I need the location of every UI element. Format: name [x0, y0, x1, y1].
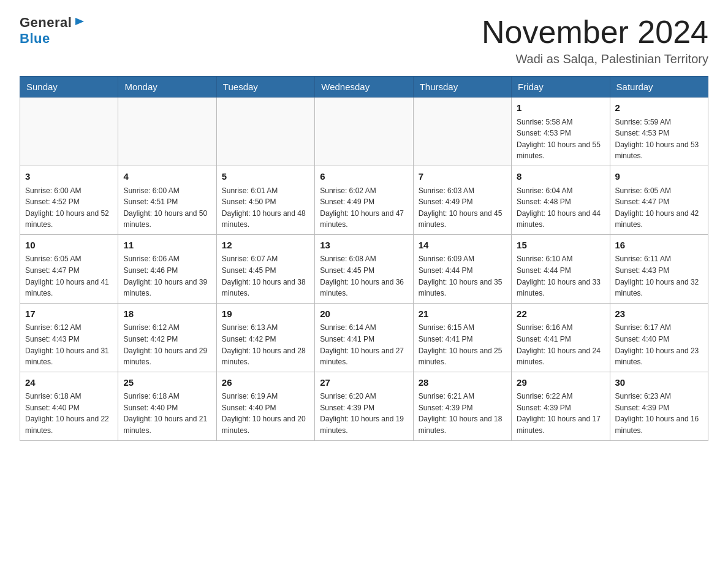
calendar-cell: 3Sunrise: 6:00 AM Sunset: 4:52 PM Daylig…	[20, 166, 118, 235]
day-number: 15	[517, 239, 604, 253]
calendar-week-row: 10Sunrise: 6:05 AM Sunset: 4:47 PM Dayli…	[20, 234, 708, 303]
calendar-cell	[118, 98, 216, 166]
calendar-cell: 15Sunrise: 6:10 AM Sunset: 4:44 PM Dayli…	[512, 234, 610, 303]
day-info: Sunrise: 6:09 AM Sunset: 4:44 PM Dayligh…	[419, 253, 506, 299]
calendar-cell: 8Sunrise: 6:04 AM Sunset: 4:48 PM Daylig…	[512, 166, 610, 235]
day-info: Sunrise: 6:00 AM Sunset: 4:51 PM Dayligh…	[123, 185, 211, 231]
calendar-cell: 17Sunrise: 6:12 AM Sunset: 4:43 PM Dayli…	[20, 303, 118, 372]
calendar-cell	[315, 98, 413, 166]
logo-blue-text: Blue	[20, 31, 50, 47]
calendar-cell: 4Sunrise: 6:00 AM Sunset: 4:51 PM Daylig…	[118, 166, 216, 235]
logo-general-text: General	[20, 15, 72, 31]
calendar-cell	[216, 98, 314, 166]
day-number: 28	[419, 376, 506, 390]
day-info: Sunrise: 6:11 AM Sunset: 4:43 PM Dayligh…	[615, 253, 703, 299]
day-info: Sunrise: 6:20 AM Sunset: 4:39 PM Dayligh…	[320, 391, 408, 436]
day-info: Sunrise: 6:18 AM Sunset: 4:40 PM Dayligh…	[25, 391, 113, 436]
calendar-week-row: 17Sunrise: 6:12 AM Sunset: 4:43 PM Dayli…	[20, 303, 708, 372]
day-info: Sunrise: 6:13 AM Sunset: 4:42 PM Dayligh…	[222, 322, 309, 367]
day-number: 4	[123, 170, 211, 184]
svg-marker-0	[75, 18, 84, 25]
day-number: 14	[419, 239, 506, 253]
day-info: Sunrise: 6:02 AM Sunset: 4:49 PM Dayligh…	[320, 185, 408, 231]
day-number: 26	[222, 376, 309, 390]
day-info: Sunrise: 6:01 AM Sunset: 4:50 PM Dayligh…	[222, 185, 309, 231]
day-number: 16	[615, 239, 703, 253]
day-number: 23	[615, 307, 703, 321]
day-info: Sunrise: 6:12 AM Sunset: 4:43 PM Dayligh…	[25, 322, 113, 367]
calendar-cell: 18Sunrise: 6:12 AM Sunset: 4:42 PM Dayli…	[118, 303, 216, 372]
calendar-cell: 24Sunrise: 6:18 AM Sunset: 4:40 PM Dayli…	[20, 372, 118, 440]
calendar-table: SundayMondayTuesdayWednesdayThursdayFrid…	[20, 76, 708, 440]
calendar-cell: 13Sunrise: 6:08 AM Sunset: 4:45 PM Dayli…	[315, 234, 413, 303]
day-number: 27	[320, 376, 408, 390]
calendar-week-row: 1Sunrise: 5:58 AM Sunset: 4:53 PM Daylig…	[20, 98, 708, 166]
location-subtitle: Wadi as Salqa, Palestinian Territory	[482, 52, 708, 66]
day-number: 7	[419, 170, 506, 184]
calendar-cell: 20Sunrise: 6:14 AM Sunset: 4:41 PM Dayli…	[315, 303, 413, 372]
day-number: 22	[517, 307, 604, 321]
calendar-cell	[413, 98, 511, 166]
day-number: 6	[320, 170, 408, 184]
calendar-cell: 23Sunrise: 6:17 AM Sunset: 4:40 PM Dayli…	[610, 303, 708, 372]
day-info: Sunrise: 6:05 AM Sunset: 4:47 PM Dayligh…	[615, 185, 703, 231]
calendar-cell: 14Sunrise: 6:09 AM Sunset: 4:44 PM Dayli…	[413, 234, 511, 303]
day-info: Sunrise: 6:08 AM Sunset: 4:45 PM Dayligh…	[320, 253, 408, 299]
day-number: 18	[123, 307, 211, 321]
calendar-cell: 12Sunrise: 6:07 AM Sunset: 4:45 PM Dayli…	[216, 234, 314, 303]
calendar-cell: 19Sunrise: 6:13 AM Sunset: 4:42 PM Dayli…	[216, 303, 314, 372]
day-number: 9	[615, 170, 703, 184]
day-info: Sunrise: 6:14 AM Sunset: 4:41 PM Dayligh…	[320, 322, 408, 367]
day-number: 10	[25, 239, 113, 253]
calendar-cell: 1Sunrise: 5:58 AM Sunset: 4:53 PM Daylig…	[512, 98, 610, 166]
calendar-cell: 28Sunrise: 6:21 AM Sunset: 4:39 PM Dayli…	[413, 372, 511, 440]
calendar-header-row: SundayMondayTuesdayWednesdayThursdayFrid…	[20, 77, 708, 98]
calendar-cell: 7Sunrise: 6:03 AM Sunset: 4:49 PM Daylig…	[413, 166, 511, 235]
day-info: Sunrise: 5:58 AM Sunset: 4:53 PM Dayligh…	[517, 117, 604, 162]
calendar-header-wednesday: Wednesday	[315, 77, 413, 98]
day-info: Sunrise: 6:16 AM Sunset: 4:41 PM Dayligh…	[517, 322, 604, 367]
calendar-week-row: 24Sunrise: 6:18 AM Sunset: 4:40 PM Dayli…	[20, 372, 708, 440]
day-info: Sunrise: 6:21 AM Sunset: 4:39 PM Dayligh…	[419, 391, 506, 436]
month-title: November 2024	[482, 15, 708, 50]
day-number: 8	[517, 170, 604, 184]
day-info: Sunrise: 6:23 AM Sunset: 4:39 PM Dayligh…	[615, 391, 703, 436]
calendar-header-saturday: Saturday	[610, 77, 708, 98]
calendar-cell: 25Sunrise: 6:18 AM Sunset: 4:40 PM Dayli…	[118, 372, 216, 440]
day-number: 24	[25, 376, 113, 390]
day-number: 1	[517, 101, 604, 115]
header: General Blue November 2024 Wadi as Salqa…	[20, 15, 708, 66]
title-area: November 2024 Wadi as Salqa, Palestinian…	[482, 15, 708, 66]
calendar-cell: 6Sunrise: 6:02 AM Sunset: 4:49 PM Daylig…	[315, 166, 413, 235]
calendar-cell: 5Sunrise: 6:01 AM Sunset: 4:50 PM Daylig…	[216, 166, 314, 235]
calendar-cell	[20, 98, 118, 166]
day-info: Sunrise: 6:15 AM Sunset: 4:41 PM Dayligh…	[419, 322, 506, 367]
calendar-cell: 2Sunrise: 5:59 AM Sunset: 4:53 PM Daylig…	[610, 98, 708, 166]
calendar-cell: 21Sunrise: 6:15 AM Sunset: 4:41 PM Dayli…	[413, 303, 511, 372]
day-info: Sunrise: 6:10 AM Sunset: 4:44 PM Dayligh…	[517, 253, 604, 299]
calendar-cell: 26Sunrise: 6:19 AM Sunset: 4:40 PM Dayli…	[216, 372, 314, 440]
day-number: 30	[615, 376, 703, 390]
calendar-cell: 11Sunrise: 6:06 AM Sunset: 4:46 PM Dayli…	[118, 234, 216, 303]
day-info: Sunrise: 6:19 AM Sunset: 4:40 PM Dayligh…	[222, 391, 309, 436]
day-info: Sunrise: 6:22 AM Sunset: 4:39 PM Dayligh…	[517, 391, 604, 436]
day-info: Sunrise: 6:18 AM Sunset: 4:40 PM Dayligh…	[123, 391, 211, 436]
calendar-cell: 30Sunrise: 6:23 AM Sunset: 4:39 PM Dayli…	[610, 372, 708, 440]
logo-triangle-icon	[73, 15, 85, 28]
calendar-header-tuesday: Tuesday	[216, 77, 314, 98]
day-number: 25	[123, 376, 211, 390]
calendar-header-sunday: Sunday	[20, 77, 118, 98]
day-info: Sunrise: 6:17 AM Sunset: 4:40 PM Dayligh…	[615, 322, 703, 367]
calendar-header-monday: Monday	[118, 77, 216, 98]
day-number: 29	[517, 376, 604, 390]
calendar-cell: 10Sunrise: 6:05 AM Sunset: 4:47 PM Dayli…	[20, 234, 118, 303]
day-number: 21	[419, 307, 506, 321]
day-info: Sunrise: 6:06 AM Sunset: 4:46 PM Dayligh…	[123, 253, 211, 299]
calendar-cell: 16Sunrise: 6:11 AM Sunset: 4:43 PM Dayli…	[610, 234, 708, 303]
day-info: Sunrise: 6:03 AM Sunset: 4:49 PM Dayligh…	[419, 185, 506, 231]
calendar-header-thursday: Thursday	[413, 77, 511, 98]
calendar-cell: 22Sunrise: 6:16 AM Sunset: 4:41 PM Dayli…	[512, 303, 610, 372]
day-number: 17	[25, 307, 113, 321]
calendar-cell: 27Sunrise: 6:20 AM Sunset: 4:39 PM Dayli…	[315, 372, 413, 440]
day-info: Sunrise: 6:12 AM Sunset: 4:42 PM Dayligh…	[123, 322, 211, 367]
